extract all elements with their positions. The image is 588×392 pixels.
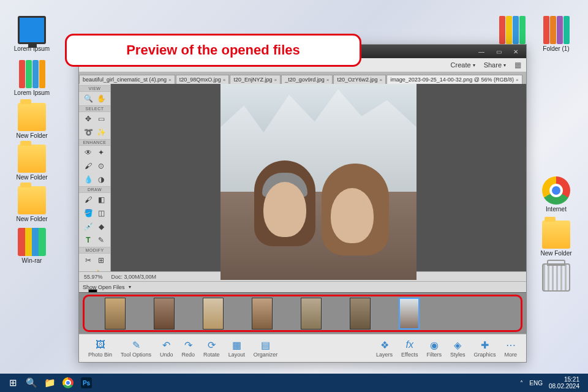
zoom-tool[interactable]: 🔍 [83,93,94,104]
pencil-tool[interactable]: ✎ [96,235,107,246]
group-select: SELECT [79,105,110,112]
desktop-icon-folder-1[interactable]: New Folder [11,103,53,139]
menu-overflow-icon[interactable]: ▦ [514,61,521,69]
undo-icon: ↶ [160,339,173,351]
label: Internet [535,206,577,213]
desktop-icon-binders[interactable]: Lorem Ipsum [11,60,53,96]
document-tab[interactable]: t20_98QmxO.jpg× [176,75,230,84]
brush-tool[interactable]: 🖌 [83,194,94,205]
photoshop-elements-window: — ▭ ✕ Create Share ▦ beautiful_girl_cine… [78,44,527,363]
search-button[interactable]: 🔍 [22,374,40,392]
chrome-icon [62,377,74,388]
desktop-icon-folder-3[interactable]: New Folder [11,186,53,222]
pencil-icon: ✎ [130,339,142,351]
fill-tool[interactable]: 🪣 [83,208,94,219]
layout-button[interactable]: ▦Layout [224,339,249,358]
photoshop-button[interactable]: Ps [77,374,96,392]
eraser-tool[interactable]: ◧ [96,194,107,205]
layers-button[interactable]: ❖Layers [372,339,397,358]
thumbnail[interactable] [154,298,175,330]
desktop-icon-trash[interactable] [535,263,577,293]
graphics-button[interactable]: ✚Graphics [469,339,500,358]
image-icon: 🖼 [94,339,107,351]
redo-button[interactable]: ↷Redo [178,339,200,358]
wand-tool[interactable]: ✨ [96,127,107,138]
taskbar: ⊞ 🔍 📁 Ps ˄ ENG 15:2108.02.2024 [0,374,588,392]
document-tab[interactable]: t20_OzY6w2.jpg× [333,75,386,84]
crop-tool[interactable]: ✂ [83,255,94,266]
document-tab[interactable]: _t20_gov9rd.jpg× [281,75,333,84]
shape-tool[interactable]: ◆ [96,221,107,232]
language-indicator[interactable]: ENG [529,380,543,386]
close-icon[interactable]: × [223,77,226,83]
binder-icon [542,16,570,44]
thumbnail[interactable] [350,298,371,330]
desktop-icon-folder-2[interactable]: New Folder [11,145,53,181]
canvas[interactable] [111,84,526,280]
organizer-icon: ▤ [259,339,271,351]
thumbnail[interactable] [203,298,224,330]
thumbnail-selected[interactable] [399,298,420,330]
document-tab[interactable]: beautiful_girl_cinematic_st (4).png× [79,75,175,84]
thumbnail[interactable] [301,298,322,330]
effects-button[interactable]: fxEffects [397,339,422,358]
desktop-icon-binders-2[interactable] [491,16,533,45]
recompose-tool[interactable]: ⊞ [96,255,107,266]
whiten-tool[interactable]: ✦ [96,147,107,158]
layers-icon: ❖ [379,339,391,351]
close-icon[interactable]: × [516,77,519,83]
close-icon[interactable]: × [168,77,172,83]
lasso-tool[interactable]: ➰ [83,127,94,138]
more-button[interactable]: ⋯More [500,339,521,358]
hand-tool[interactable]: ✋ [96,93,107,104]
organizer-button[interactable]: ▤Organizer [249,339,282,358]
desktop-icon-chrome[interactable]: Internet [535,176,577,213]
undo-button[interactable]: ↶Undo [156,339,178,358]
desktop-icon-folder-4[interactable]: New Folder [535,221,577,257]
sponge-tool[interactable]: ◑ [96,174,107,185]
styles-button[interactable]: ◈Styles [446,339,470,358]
close-icon[interactable]: × [326,77,330,83]
smart-brush[interactable]: 🖌 [83,160,94,172]
start-button[interactable]: ⊞ [4,374,22,392]
close-icon[interactable]: × [379,77,382,83]
explorer-button[interactable]: 📁 [40,374,59,392]
tray-chevron-icon[interactable]: ˄ [520,380,523,386]
document-tab[interactable]: t20_EnjNYZ.jpg× [230,75,281,84]
thumbnail[interactable] [252,298,273,330]
gradient-tool[interactable]: ◫ [96,208,107,219]
desktop-icon-computer[interactable]: Lorem Ipsum [11,16,53,52]
menu-create[interactable]: Create [451,61,475,69]
desktop-icon-winrar[interactable]: Win-rar [11,228,53,264]
label: Lorem Ipsum [11,89,53,96]
clone-tool[interactable]: ⊙ [96,160,107,172]
thumbnail[interactable] [105,298,126,330]
redeye-tool[interactable]: 👁 [83,147,94,158]
work-area: VIEW🔍✋ SELECT✥▭➰✨ ENHANCE👁✦🖌⊙💧◑ DRAW🖌◧🪣◫… [79,84,526,271]
photo-bin-button[interactable]: 🖼Photo Bin [84,339,116,358]
close-icon[interactable]: × [274,77,277,83]
filters-button[interactable]: ◉Filters [422,339,446,358]
rotate-button[interactable]: ⟳Rotate [199,339,224,358]
rotate-icon: ⟳ [205,339,217,351]
tool-panel: VIEW🔍✋ SELECT✥▭➰✨ ENHANCE👁✦🖌⊙💧◑ DRAW🖌◧🪣◫… [79,84,111,271]
close-button[interactable]: ✕ [508,47,524,56]
picker-tool[interactable]: 💉 [83,221,94,232]
marquee-tool[interactable]: ▭ [96,113,107,124]
desktop-icon-folder1[interactable]: Folder (1) [535,16,577,52]
clock[interactable]: 15:2108.02.2024 [549,376,579,390]
blur-tool[interactable]: 💧 [83,174,94,185]
folder-icon [18,186,46,214]
more-icon: ⋯ [505,339,517,351]
tool-options-button[interactable]: ✎Tool Options [116,339,156,358]
monitor-icon [18,16,46,44]
type-tool[interactable]: T [83,235,94,246]
chrome-button[interactable] [59,374,77,392]
show-open-files-dropdown[interactable]: Show Open Files [79,281,526,292]
document-tab-active[interactable]: image_2023-09-25_14-00-32.png @ 56% (RGB… [386,75,522,84]
minimize-button[interactable]: — [473,47,489,56]
group-modify: MODIFY [79,247,110,254]
maximize-button[interactable]: ▭ [491,47,507,56]
move-tool[interactable]: ✥ [83,113,94,124]
menu-share[interactable]: Share [484,61,506,69]
